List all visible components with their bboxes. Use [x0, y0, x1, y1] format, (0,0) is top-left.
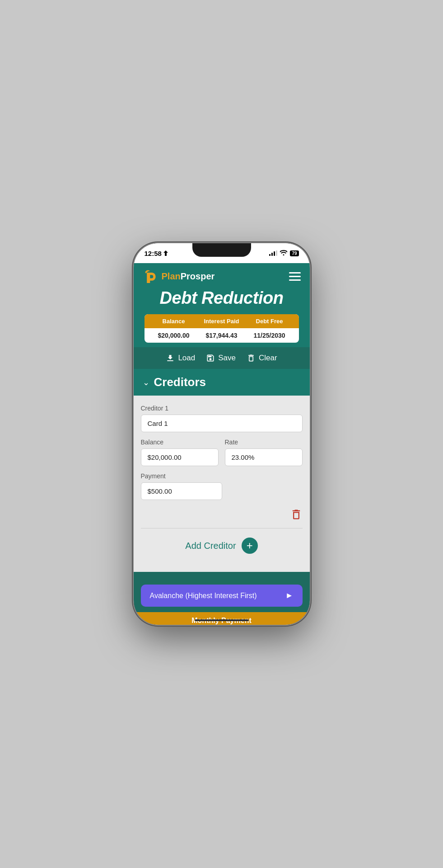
clear-icon [247, 354, 256, 363]
content-area: Creditor 1 Balance Rate Payment [134, 396, 310, 572]
debtfree-value: 11/25/2030 [246, 332, 294, 339]
add-creditor-button[interactable]: + [242, 538, 258, 554]
phone-frame: 12:58 [134, 243, 310, 625]
summary-values: $20,000.00 $17,944.43 11/25/2030 [145, 328, 299, 343]
logo-text: PlanProsper [162, 271, 215, 282]
creditors-title: Creditors [154, 375, 206, 389]
monthly-bar: Monthly Payment [134, 612, 310, 625]
payment-input[interactable] [141, 482, 222, 500]
status-time: 12:58 [145, 250, 168, 257]
rate-group: Rate [225, 439, 303, 472]
save-label: Save [218, 354, 236, 363]
summary-header: Balance Interest Paid Debt Free [145, 314, 299, 328]
screen-content: 12:58 [134, 243, 310, 625]
creditor-1-section: Creditor 1 Balance Rate Payment [141, 405, 303, 528]
strategy-label: Avalanche (Highest Interest First) [150, 592, 257, 600]
app-header: PlanProsper Debt Reduction Balance Inter… [134, 263, 310, 347]
save-button[interactable]: Save [206, 354, 236, 363]
status-bar: 12:58 [134, 243, 310, 263]
creditor-1-label: Creditor 1 [141, 405, 303, 412]
delete-icon [290, 508, 303, 521]
logo: PlanProsper [143, 269, 215, 283]
home-indicator [195, 619, 249, 621]
bottom-section: Avalanche (Highest Interest First) ► [134, 572, 310, 612]
page-title: Debt Reduction [143, 288, 301, 308]
toolbar: Load Save Clear [134, 347, 310, 369]
header-nav: PlanProsper [143, 269, 301, 283]
balance-value: $20,000.00 [150, 332, 198, 339]
add-creditor-label: Add Creditor [185, 541, 236, 551]
time-display: 12:58 [145, 250, 162, 257]
balance-rate-row: Balance Rate [141, 439, 303, 472]
signal-icon [269, 250, 277, 256]
screen: 12:58 [134, 243, 310, 625]
interest-value: $17,944.43 [198, 332, 246, 339]
creditor-divider [141, 528, 303, 528]
load-icon [166, 354, 175, 363]
balance-input[interactable] [141, 448, 219, 466]
summary-table: Balance Interest Paid Debt Free $20,000.… [145, 314, 299, 343]
load-button[interactable]: Load [166, 354, 195, 363]
add-creditor-row: Add Creditor + [141, 538, 303, 554]
balance-group: Balance [141, 439, 219, 472]
strategy-button[interactable]: Avalanche (Highest Interest First) ► [141, 585, 303, 607]
payment-group: Payment [141, 472, 303, 506]
strategy-chevron-icon: ► [285, 591, 294, 600]
location-icon [163, 250, 168, 256]
notch [192, 243, 251, 257]
battery-icon: 79 [290, 250, 298, 256]
clear-label: Clear [259, 354, 277, 363]
balance-label: Balance [141, 439, 219, 446]
interest-header: Interest Paid [198, 318, 246, 325]
delete-row [141, 508, 303, 524]
creditors-chevron-icon: ⌄ [143, 377, 149, 387]
save-icon [206, 354, 215, 363]
logo-icon [143, 269, 159, 283]
delete-creditor-button[interactable] [290, 508, 303, 524]
balance-header: Balance [150, 318, 198, 325]
rate-label: Rate [225, 439, 303, 446]
status-icons: 79 [269, 250, 298, 257]
clear-button[interactable]: Clear [247, 354, 277, 363]
payment-label: Payment [141, 472, 303, 480]
debtfree-header: Debt Free [246, 318, 294, 325]
load-label: Load [178, 354, 195, 363]
rate-input[interactable] [225, 448, 303, 466]
creditors-header[interactable]: ⌄ Creditors [134, 369, 310, 396]
wifi-icon [280, 250, 287, 257]
hamburger-menu[interactable] [289, 272, 301, 281]
creditor-1-name-input[interactable] [141, 415, 303, 432]
